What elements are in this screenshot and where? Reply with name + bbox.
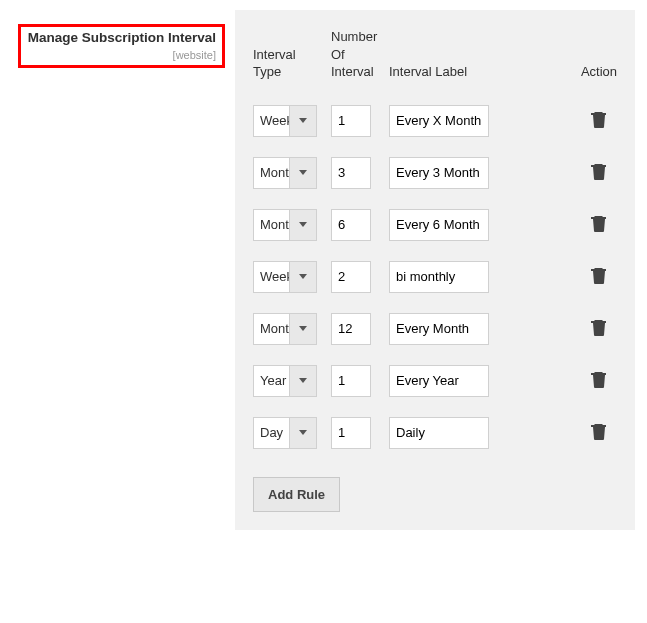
select-toggle-button[interactable] bbox=[289, 365, 317, 397]
interval-type-select[interactable]: Week bbox=[253, 261, 323, 293]
number-of-interval-input[interactable] bbox=[331, 261, 371, 293]
interval-type-select[interactable]: Month bbox=[253, 313, 323, 345]
table-row: Week bbox=[253, 95, 621, 147]
trash-icon[interactable] bbox=[591, 422, 607, 440]
field-label: Manage Subscription Interval bbox=[27, 29, 216, 47]
chevron-down-icon bbox=[299, 170, 307, 175]
number-of-interval-input[interactable] bbox=[331, 365, 371, 397]
chevron-down-icon bbox=[299, 326, 307, 331]
interval-table: Interval Type Number Of Interval Interva… bbox=[253, 28, 621, 459]
col-header-type: Interval Type bbox=[253, 28, 331, 95]
field-sublabel: [website] bbox=[27, 49, 216, 61]
interval-label-input[interactable] bbox=[389, 105, 489, 137]
trash-icon[interactable] bbox=[591, 214, 607, 232]
interval-type-select[interactable]: Week bbox=[253, 105, 323, 137]
select-toggle-button[interactable] bbox=[289, 313, 317, 345]
interval-type-select[interactable]: Day bbox=[253, 417, 323, 449]
interval-type-value: Week bbox=[253, 105, 289, 137]
interval-type-select[interactable]: Year bbox=[253, 365, 323, 397]
interval-type-value: Month bbox=[253, 313, 289, 345]
number-of-interval-input[interactable] bbox=[331, 209, 371, 241]
table-row: Year bbox=[253, 355, 621, 407]
interval-type-value: Month bbox=[253, 209, 289, 241]
chevron-down-icon bbox=[299, 378, 307, 383]
interval-type-value: Year bbox=[253, 365, 289, 397]
interval-type-select[interactable]: Month bbox=[253, 209, 323, 241]
interval-label-input[interactable] bbox=[389, 209, 489, 241]
interval-type-value: Week bbox=[253, 261, 289, 293]
trash-icon[interactable] bbox=[591, 110, 607, 128]
trash-icon[interactable] bbox=[591, 318, 607, 336]
trash-icon[interactable] bbox=[591, 370, 607, 388]
interval-label-input[interactable] bbox=[389, 261, 489, 293]
table-row: Day bbox=[253, 407, 621, 459]
col-header-number: Number Of Interval bbox=[331, 28, 389, 95]
interval-panel: Interval Type Number Of Interval Interva… bbox=[235, 10, 635, 530]
col-header-action: Action bbox=[577, 28, 621, 95]
chevron-down-icon bbox=[299, 118, 307, 123]
interval-type-value: Day bbox=[253, 417, 289, 449]
chevron-down-icon bbox=[299, 222, 307, 227]
chevron-down-icon bbox=[299, 274, 307, 279]
select-toggle-button[interactable] bbox=[289, 209, 317, 241]
trash-icon[interactable] bbox=[591, 162, 607, 180]
trash-icon[interactable] bbox=[591, 266, 607, 284]
select-toggle-button[interactable] bbox=[289, 261, 317, 293]
select-toggle-button[interactable] bbox=[289, 417, 317, 449]
number-of-interval-input[interactable] bbox=[331, 157, 371, 189]
interval-label-input[interactable] bbox=[389, 365, 489, 397]
interval-label-input[interactable] bbox=[389, 313, 489, 345]
table-row: Month bbox=[253, 147, 621, 199]
interval-label-input[interactable] bbox=[389, 157, 489, 189]
table-row: Month bbox=[253, 199, 621, 251]
interval-type-select[interactable]: Month bbox=[253, 157, 323, 189]
number-of-interval-input[interactable] bbox=[331, 105, 371, 137]
interval-type-value: Month bbox=[253, 157, 289, 189]
table-row: Month bbox=[253, 303, 621, 355]
number-of-interval-input[interactable] bbox=[331, 417, 371, 449]
select-toggle-button[interactable] bbox=[289, 105, 317, 137]
col-header-label: Interval Label bbox=[389, 28, 577, 95]
table-row: Week bbox=[253, 251, 621, 303]
add-rule-button[interactable]: Add Rule bbox=[253, 477, 340, 512]
chevron-down-icon bbox=[299, 430, 307, 435]
select-toggle-button[interactable] bbox=[289, 157, 317, 189]
number-of-interval-input[interactable] bbox=[331, 313, 371, 345]
interval-label-input[interactable] bbox=[389, 417, 489, 449]
